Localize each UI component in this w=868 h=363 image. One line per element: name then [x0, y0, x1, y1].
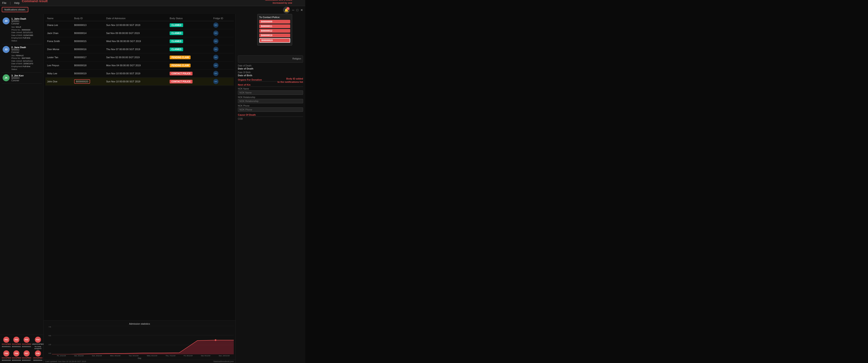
close-icon[interactable]: ✕	[301, 8, 303, 12]
cell-status: PENDING CLAIM	[168, 61, 212, 69]
minimize-icon[interactable]: ─	[292, 8, 294, 12]
cell-fridge: NA	[212, 61, 234, 69]
notif-badge-2[interactable]: B00000011	[259, 24, 290, 28]
cell-body-id: B00000015	[72, 37, 104, 45]
fridge-cell-f07[interactable]: F07OCCUPIEDB00000007	[22, 350, 31, 361]
fridge-cell-f01[interactable]: F01OCCUPIEDB00000001	[2, 337, 11, 350]
menu-bar: File | Help	[0, 0, 305, 6]
cell-name: Dion Morse	[45, 45, 72, 54]
table-row[interactable]: Fiona SmithB00000015Wed Nov 06 00:00:00 …	[45, 37, 234, 45]
table-row[interactable]: Lester TanB00000017Sat Nov 02 00:00:00 S…	[45, 54, 234, 61]
fridge-body-id-f08: B00000004	[33, 359, 42, 361]
form-row-nok-name: NOK Name	[238, 88, 303, 95]
avatar-3: JK	[3, 74, 9, 81]
table-row[interactable]: Dion MorseB00000016Thu Nov 07 00:00:00 S…	[45, 45, 234, 54]
notif-badge-5[interactable]: B00000020	[259, 38, 290, 43]
menu-divider: |	[10, 1, 11, 5]
cell-body-id: B00000020	[72, 77, 104, 86]
staff-role-1: Coroner	[11, 23, 41, 25]
fridge-circle-f03: F03	[24, 337, 30, 343]
nok-phone-input[interactable]	[238, 107, 303, 112]
nok-rel-input[interactable]	[238, 99, 303, 103]
fridge-circle-f06: F06	[13, 350, 20, 357]
staff-item-3[interactable]: JK 3. Jim Kerr W00003 Coroner	[2, 72, 42, 84]
fridge-cell-f04[interactable]: F04UNOCCUPIEDNo body assigned	[32, 337, 44, 350]
dod-label: Date of Death:	[238, 65, 303, 67]
form-row-nok-phone: NOK Phone	[238, 105, 303, 112]
fridge-body-id-f06: B00000008	[12, 359, 21, 361]
cell-body-id: B00000014	[72, 29, 104, 37]
notif-badge-4[interactable]: B00000019	[259, 34, 290, 37]
form-row-nok-rel: NOK Relationship	[238, 96, 303, 103]
cell-body-id: B00000013	[72, 21, 104, 29]
notif-badge-1[interactable]: B00000009	[259, 20, 290, 24]
fridge-circle-f08: F08	[35, 350, 41, 357]
chart-x-label: Day	[45, 357, 234, 359]
fridge-circle-f05: F05	[3, 350, 9, 357]
nok-name-input[interactable]	[238, 91, 303, 95]
nok-phone-label: NOK Phone	[238, 105, 303, 107]
svg-point-5	[215, 339, 216, 341]
staff-details-2: Sex: FEMALE Phone No.: 86878885 Date Joi…	[11, 54, 41, 71]
cell-date: Mon Nov 04 00:00:00 SGT 2019	[104, 61, 168, 69]
col-name: Name	[45, 16, 72, 21]
table-row[interactable]: Jack ChanB00000014Sat Nov 09 00:00:00 SG…	[45, 29, 234, 37]
table-row[interactable]: Diana LeeB00000013Sun Nov 10 00:00:00 SG…	[45, 21, 234, 29]
religion-label: Religion	[240, 57, 301, 60]
staff-info-1: 1. Jahn Daah W00001 Coroner Sex: MALE Ph…	[11, 18, 41, 42]
fridge-cell-f08[interactable]: F08OCCUPIEDB00000004	[32, 350, 44, 361]
fridge-circle-f01: F01	[3, 337, 9, 343]
staff-list: JD 1. Jahn Daah W00001 Coroner Sex: MALE…	[0, 14, 43, 335]
cell-status: CLAIMED	[168, 21, 212, 29]
avatar-2: JD	[3, 46, 9, 53]
cell-status: PENDING CLAIM	[168, 54, 212, 61]
cell-name: Lester Tan	[45, 54, 72, 61]
dod-value: Date of Death	[238, 67, 303, 70]
cell-status: CLAIMED	[168, 37, 212, 45]
fridge-cell-f05[interactable]: F05OCCUPIEDB00000006	[2, 350, 11, 361]
col-date: Date of Admission	[104, 16, 168, 21]
table-section: Name Body ID Date of Admission Body Stat…	[43, 14, 236, 321]
cell-fridge: NA	[212, 69, 234, 77]
maximize-icon[interactable]: □	[297, 8, 298, 12]
fridge-status-f07: OCCUPIED	[22, 357, 31, 359]
fridge-body-id-f03: B00000003	[22, 345, 31, 348]
nok-title: Next of Kin	[238, 84, 303, 87]
col-status: Body Status	[168, 16, 212, 21]
bell-badge: 6	[286, 7, 289, 10]
fridge-body-id-f01: B00000001	[2, 345, 11, 348]
col-body-id: Body ID	[72, 16, 104, 21]
staff-item-1[interactable]: JD 1. Jahn Daah W00001 Coroner Sex: MALE…	[2, 16, 42, 44]
cell-fridge: NA	[212, 45, 234, 54]
fridge-panel: F01OCCUPIEDB00000001F02OCCUPIEDB00000002…	[0, 335, 43, 363]
fridge-status-f03: OCCUPIED	[22, 343, 31, 345]
notif-badge-3[interactable]: B00000012	[259, 29, 290, 33]
fridge-cell-f03[interactable]: F03OCCUPIEDB00000003	[22, 337, 31, 350]
menu-file[interactable]: File	[2, 2, 6, 5]
table-row[interactable]: Abby LeeB00000019Sun Nov 10 00:00:00 SGT…	[45, 69, 234, 77]
fridge-body-id-f07: B00000007	[22, 359, 31, 361]
cell-body-id: B00000018	[72, 61, 104, 69]
fridge-status-f08: OCCUPIED	[33, 357, 42, 359]
religion-section: Religion	[238, 55, 303, 63]
fridge-circle-f07: F07	[24, 350, 30, 357]
center-panel: Name Body ID Date of Admission Body Stat…	[43, 14, 236, 363]
form-row-dod: Date of Death: Date of Death	[238, 65, 303, 70]
cell-date: Sun Nov 10 00:00:00 SGT 2019	[104, 21, 168, 29]
fridge-status-f06: OCCUPIED	[12, 357, 21, 359]
cell-body-id: B00000017	[72, 54, 104, 61]
nok-rel-label: NOK Relationship	[238, 96, 303, 98]
notification-bell[interactable]: 🔔 6	[283, 6, 290, 13]
status-bar: Last Updated: Sun Nov 10 16:28:45 SGT 20…	[43, 360, 236, 363]
staff-item-2[interactable]: JD 2. Jane Daah W00002 Coroner Sex: FEMA…	[2, 44, 42, 73]
menu-help[interactable]: Help	[14, 2, 20, 5]
staff-role-3: Coroner	[11, 79, 41, 82]
sidebar: JD 1. Jahn Daah W00001 Coroner Sex: MALE…	[0, 14, 43, 363]
table-row[interactable]: John DoeB00000020Sun Nov 10 00:00:00 SGT…	[45, 77, 234, 86]
fridge-cell-f02[interactable]: F02OCCUPIEDB00000002	[12, 337, 21, 350]
fridge-cell-f06[interactable]: F06OCCUPIEDB00000008	[12, 350, 21, 361]
cell-date: Sat Nov 09 00:00:00 SGT 2019	[104, 29, 168, 37]
cell-fridge: NA	[212, 37, 234, 45]
table-row[interactable]: Lee PeiyunB00000018Mon Nov 04 00:00:00 S…	[45, 61, 234, 69]
cell-status: CLAIMED	[168, 45, 212, 54]
